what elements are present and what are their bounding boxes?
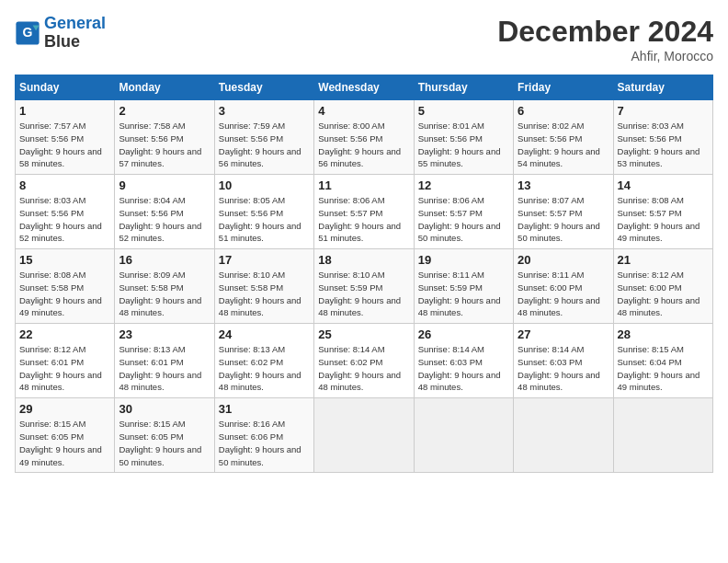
day-info: Sunrise: 8:06 AM Sunset: 5:57 PM Dayligh…	[318, 194, 409, 245]
day-info: Sunrise: 8:14 AM Sunset: 6:03 PM Dayligh…	[518, 343, 609, 394]
calendar-row-1: 1 Sunrise: 7:57 AM Sunset: 5:56 PM Dayli…	[16, 100, 713, 175]
day-info: Sunrise: 8:11 AM Sunset: 6:00 PM Dayligh…	[518, 269, 609, 319]
day-number: 8	[19, 178, 110, 192]
day-info: Sunrise: 8:12 AM Sunset: 6:00 PM Dayligh…	[618, 269, 709, 319]
table-row: 11 Sunrise: 8:06 AM Sunset: 5:57 PM Dayl…	[314, 175, 414, 249]
logo-icon: G	[15, 20, 40, 46]
day-number: 10	[219, 178, 310, 192]
col-monday: Monday	[115, 75, 214, 100]
day-number: 9	[119, 178, 210, 192]
day-info: Sunrise: 8:14 AM Sunset: 6:02 PM Dayligh…	[318, 343, 409, 394]
col-friday: Friday	[514, 75, 613, 100]
day-number: 5	[418, 104, 509, 118]
day-number: 12	[418, 178, 509, 192]
day-info: Sunrise: 8:10 AM Sunset: 5:58 PM Dayligh…	[219, 269, 310, 319]
day-info: Sunrise: 8:01 AM Sunset: 5:56 PM Dayligh…	[418, 120, 509, 170]
day-number: 2	[119, 104, 210, 118]
calendar-row-2: 8 Sunrise: 8:03 AM Sunset: 5:56 PM Dayli…	[16, 175, 713, 249]
table-row: 25 Sunrise: 8:14 AM Sunset: 6:02 PM Dayl…	[314, 324, 414, 398]
day-number: 15	[19, 253, 110, 267]
day-number: 11	[318, 178, 409, 192]
day-info: Sunrise: 8:03 AM Sunset: 5:56 PM Dayligh…	[19, 194, 110, 245]
day-number: 22	[19, 327, 110, 341]
day-number: 19	[418, 253, 509, 267]
table-row: 24 Sunrise: 8:13 AM Sunset: 6:02 PM Dayl…	[214, 324, 313, 398]
table-row: 19 Sunrise: 8:11 AM Sunset: 5:59 PM Dayl…	[414, 249, 513, 324]
day-number: 27	[518, 327, 609, 341]
day-info: Sunrise: 8:02 AM Sunset: 5:56 PM Dayligh…	[518, 120, 609, 170]
day-number: 7	[618, 104, 709, 118]
col-tuesday: Tuesday	[214, 75, 313, 100]
day-info: Sunrise: 8:15 AM Sunset: 6:05 PM Dayligh…	[119, 418, 210, 468]
table-row: 5 Sunrise: 8:01 AM Sunset: 5:56 PM Dayli…	[414, 100, 513, 175]
day-info: Sunrise: 8:08 AM Sunset: 5:57 PM Dayligh…	[618, 194, 709, 245]
table-row	[514, 398, 613, 473]
table-row: 15 Sunrise: 8:08 AM Sunset: 5:58 PM Dayl…	[16, 249, 115, 324]
logo-text: General Blue	[44, 15, 106, 52]
table-row: 16 Sunrise: 8:09 AM Sunset: 5:58 PM Dayl…	[115, 249, 214, 324]
day-info: Sunrise: 8:06 AM Sunset: 5:57 PM Dayligh…	[418, 194, 509, 245]
table-row: 13 Sunrise: 8:07 AM Sunset: 5:57 PM Dayl…	[514, 175, 613, 249]
calendar-row-3: 15 Sunrise: 8:08 AM Sunset: 5:58 PM Dayl…	[16, 249, 713, 324]
day-number: 16	[119, 253, 210, 267]
header-row: Sunday Monday Tuesday Wednesday Thursday…	[16, 75, 713, 100]
day-number: 6	[518, 104, 609, 118]
table-row	[314, 398, 414, 473]
day-number: 1	[19, 104, 110, 118]
day-number: 26	[418, 327, 509, 341]
col-thursday: Thursday	[414, 75, 513, 100]
day-number: 31	[219, 402, 310, 416]
day-info: Sunrise: 7:58 AM Sunset: 5:56 PM Dayligh…	[119, 120, 210, 170]
table-row: 2 Sunrise: 7:58 AM Sunset: 5:56 PM Dayli…	[115, 100, 214, 175]
calendar-row-4: 22 Sunrise: 8:12 AM Sunset: 6:01 PM Dayl…	[16, 324, 713, 398]
table-row: 18 Sunrise: 8:10 AM Sunset: 5:59 PM Dayl…	[314, 249, 414, 324]
table-row: 30 Sunrise: 8:15 AM Sunset: 6:05 PM Dayl…	[115, 398, 214, 473]
day-info: Sunrise: 8:13 AM Sunset: 6:02 PM Dayligh…	[219, 343, 310, 394]
table-row: 12 Sunrise: 8:06 AM Sunset: 5:57 PM Dayl…	[414, 175, 513, 249]
table-row: 9 Sunrise: 8:04 AM Sunset: 5:56 PM Dayli…	[115, 175, 214, 249]
col-saturday: Saturday	[613, 75, 712, 100]
day-number: 18	[318, 253, 409, 267]
table-row: 7 Sunrise: 8:03 AM Sunset: 5:56 PM Dayli…	[613, 100, 712, 175]
table-row: 22 Sunrise: 8:12 AM Sunset: 6:01 PM Dayl…	[16, 324, 115, 398]
day-number: 14	[618, 178, 709, 192]
day-info: Sunrise: 8:14 AM Sunset: 6:03 PM Dayligh…	[418, 343, 509, 394]
table-row	[414, 398, 513, 473]
table-row: 14 Sunrise: 8:08 AM Sunset: 5:57 PM Dayl…	[613, 175, 712, 249]
day-number: 30	[119, 402, 210, 416]
col-wednesday: Wednesday	[314, 75, 414, 100]
table-row: 27 Sunrise: 8:14 AM Sunset: 6:03 PM Dayl…	[514, 324, 613, 398]
table-row	[613, 398, 712, 473]
table-row: 3 Sunrise: 7:59 AM Sunset: 5:56 PM Dayli…	[214, 100, 313, 175]
day-number: 23	[119, 327, 210, 341]
day-info: Sunrise: 8:00 AM Sunset: 5:56 PM Dayligh…	[318, 120, 409, 170]
day-info: Sunrise: 8:11 AM Sunset: 5:59 PM Dayligh…	[418, 269, 509, 319]
day-info: Sunrise: 8:03 AM Sunset: 5:56 PM Dayligh…	[618, 120, 709, 170]
calendar-title: December 2024	[497, 15, 713, 49]
day-info: Sunrise: 8:08 AM Sunset: 5:58 PM Dayligh…	[19, 269, 110, 319]
day-number: 17	[219, 253, 310, 267]
title-block: December 2024 Ahfir, Morocco	[497, 15, 713, 63]
day-info: Sunrise: 8:10 AM Sunset: 5:59 PM Dayligh…	[318, 269, 409, 319]
table-row: 4 Sunrise: 8:00 AM Sunset: 5:56 PM Dayli…	[314, 100, 414, 175]
day-info: Sunrise: 8:09 AM Sunset: 5:58 PM Dayligh…	[119, 269, 210, 319]
day-info: Sunrise: 8:16 AM Sunset: 6:06 PM Dayligh…	[219, 418, 310, 468]
day-info: Sunrise: 8:15 AM Sunset: 6:04 PM Dayligh…	[618, 343, 709, 394]
table-row: 6 Sunrise: 8:02 AM Sunset: 5:56 PM Dayli…	[514, 100, 613, 175]
calendar-row-5: 29 Sunrise: 8:15 AM Sunset: 6:05 PM Dayl…	[16, 398, 713, 473]
table-row: 10 Sunrise: 8:05 AM Sunset: 5:56 PM Dayl…	[214, 175, 313, 249]
day-info: Sunrise: 8:05 AM Sunset: 5:56 PM Dayligh…	[219, 194, 310, 245]
day-number: 25	[318, 327, 409, 341]
table-row: 23 Sunrise: 8:13 AM Sunset: 6:01 PM Dayl…	[115, 324, 214, 398]
day-info: Sunrise: 8:07 AM Sunset: 5:57 PM Dayligh…	[518, 194, 609, 245]
day-info: Sunrise: 7:57 AM Sunset: 5:56 PM Dayligh…	[19, 120, 110, 170]
day-number: 3	[219, 104, 310, 118]
table-row: 20 Sunrise: 8:11 AM Sunset: 6:00 PM Dayl…	[514, 249, 613, 324]
day-number: 28	[618, 327, 709, 341]
day-number: 24	[219, 327, 310, 341]
day-info: Sunrise: 8:04 AM Sunset: 5:56 PM Dayligh…	[119, 194, 210, 245]
day-number: 20	[518, 253, 609, 267]
calendar-subtitle: Ahfir, Morocco	[497, 49, 713, 63]
day-info: Sunrise: 8:15 AM Sunset: 6:05 PM Dayligh…	[19, 418, 110, 468]
table-row: 17 Sunrise: 8:10 AM Sunset: 5:58 PM Dayl…	[214, 249, 313, 324]
